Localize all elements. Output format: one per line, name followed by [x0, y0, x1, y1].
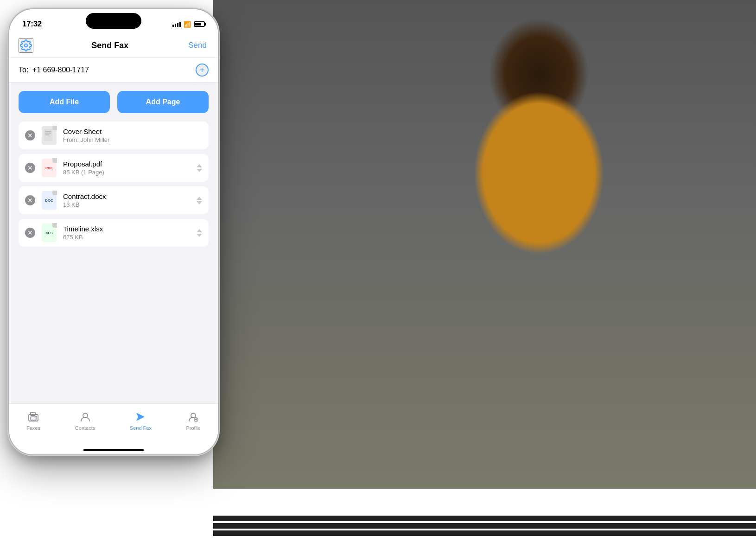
background-photo — [213, 0, 756, 549]
tab-faxes[interactable]: Faxes — [19, 409, 48, 433]
tab-bar: Faxes Contacts — [9, 403, 218, 445]
file-item-xlsx: ✕ XLS Timeline.xlsx 675 KB — [19, 219, 209, 247]
action-buttons-area: Add File Add Page — [9, 83, 218, 121]
gear-icon — [20, 39, 32, 51]
reorder-xlsx[interactable] — [197, 229, 202, 237]
to-field-text: To: +1 669-800-1717 — [19, 66, 89, 74]
file-name-docx: Contract.docx — [63, 192, 191, 200]
file-info-cover: Cover Sheet From: John Miller — [63, 128, 202, 143]
contacts-icon — [79, 410, 92, 423]
file-meta-cover: From: John Miller — [63, 136, 202, 143]
remove-cover-button[interactable]: ✕ — [25, 130, 35, 140]
tab-contacts[interactable]: Contacts — [68, 409, 102, 433]
stripes — [213, 512, 756, 549]
app-header: Send Fax Send — [9, 34, 218, 58]
tab-profile-label: Profile — [186, 425, 201, 431]
remove-xlsx-button[interactable]: ✕ — [25, 228, 35, 238]
add-page-button[interactable]: Add Page — [117, 91, 209, 113]
file-meta-docx: 13 KB — [63, 201, 191, 208]
phone-wrapper: 17:32 📶 — [9, 9, 218, 454]
add-contact-button[interactable]: + — [196, 64, 209, 77]
to-number: +1 669-800-1717 — [32, 66, 89, 74]
status-notch — [86, 13, 141, 29]
home-indicator — [9, 445, 218, 454]
to-field: To: +1 669-800-1717 + — [9, 58, 218, 83]
svg-point-0 — [25, 44, 28, 47]
file-meta-pdf: 85 KB (1 Page) — [63, 169, 191, 176]
tab-send-fax[interactable]: Send Fax — [122, 409, 159, 433]
home-bar — [83, 449, 144, 451]
tab-contacts-label: Contacts — [75, 425, 95, 431]
file-icon-cover — [41, 127, 57, 144]
svg-rect-4 — [45, 134, 50, 135]
reorder-docx[interactable] — [197, 197, 202, 204]
battery-icon — [194, 21, 205, 27]
settings-button[interactable] — [19, 38, 33, 53]
svg-point-8 — [36, 416, 37, 417]
file-name-xlsx: Timeline.xlsx — [63, 225, 191, 233]
svg-rect-3 — [45, 133, 51, 134]
file-info-docx: Contract.docx 13 KB — [63, 192, 191, 208]
profile-icon — [187, 410, 200, 423]
status-icons: 📶 — [172, 21, 205, 28]
wifi-icon: 📶 — [184, 21, 191, 28]
tab-send-fax-label: Send Fax — [130, 425, 152, 431]
svg-rect-7 — [31, 417, 36, 420]
phone-frame: 17:32 📶 — [9, 9, 218, 454]
svg-rect-6 — [31, 412, 35, 415]
send-fax-icon — [134, 410, 147, 423]
file-icon-docx: DOC — [41, 192, 57, 209]
file-meta-xlsx: 675 KB — [63, 234, 191, 241]
reorder-pdf[interactable] — [197, 164, 202, 172]
file-name-pdf: Proposal.pdf — [63, 160, 191, 168]
file-icon-xlsx: XLS — [41, 224, 57, 241]
fax-icon — [27, 410, 40, 423]
file-item-cover: ✕ Cover Sheet From: — [19, 121, 209, 149]
signal-icon — [172, 22, 181, 27]
header-title: Send Fax — [91, 41, 128, 51]
file-name-cover: Cover Sheet — [63, 128, 202, 135]
file-info-xlsx: Timeline.xlsx 675 KB — [63, 225, 191, 241]
file-icon-pdf: PDF — [41, 160, 57, 176]
svg-rect-2 — [45, 131, 51, 132]
file-list: ✕ Cover Sheet From: — [9, 121, 218, 262]
status-time: 17:32 — [22, 19, 42, 29]
add-file-button[interactable]: Add File — [19, 91, 110, 113]
tab-profile[interactable]: Profile — [179, 409, 208, 433]
file-item-docx: ✕ DOC Contract.docx 13 KB — [19, 186, 209, 214]
tab-faxes-label: Faxes — [26, 425, 40, 431]
to-label: To: — [19, 66, 28, 74]
status-bar: 17:32 📶 — [9, 9, 218, 34]
remove-pdf-button[interactable]: ✕ — [25, 163, 35, 173]
remove-docx-button[interactable]: ✕ — [25, 195, 35, 205]
send-button[interactable]: Send — [186, 39, 209, 52]
file-info-pdf: Proposal.pdf 85 KB (1 Page) — [63, 160, 191, 176]
file-item-pdf: ✕ PDF Proposal.pdf 85 KB (1 Page) — [19, 154, 209, 182]
